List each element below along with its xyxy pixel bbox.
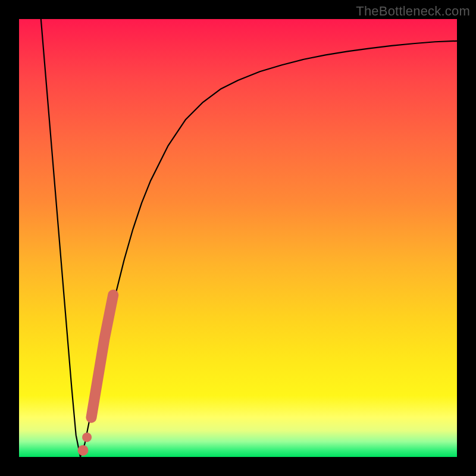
marker-stroke [91, 295, 113, 418]
marker-dot [77, 445, 88, 456]
highlighted-range [77, 295, 113, 456]
plot-area [19, 19, 457, 457]
marker-dot [82, 433, 92, 442]
chart-frame: TheBottleneck.com [0, 0, 476, 476]
bottleneck-curve [41, 19, 457, 457]
chart-overlay [19, 19, 457, 457]
watermark-text: TheBottleneck.com [356, 4, 470, 19]
